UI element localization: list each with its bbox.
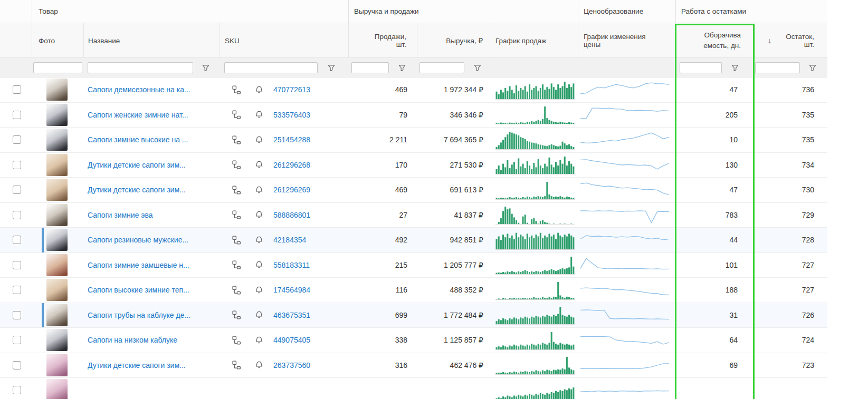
stock-filter-icon[interactable] xyxy=(809,64,816,72)
sku-link[interactable]: 470772613 xyxy=(273,85,310,94)
sku-link[interactable]: 42184354 xyxy=(273,236,306,244)
product-photo[interactable] xyxy=(46,329,68,351)
product-name-link[interactable]: Сапоги резиновые мужские... xyxy=(88,236,188,244)
product-name-link[interactable]: Сапоги на низком каблуке xyxy=(88,336,177,344)
related-products-icon[interactable] xyxy=(232,336,241,345)
sku-link[interactable]: 449075405 xyxy=(273,336,310,344)
filter-photo-cell xyxy=(32,58,83,77)
row-checkbox[interactable] xyxy=(13,85,21,94)
related-products-icon[interactable] xyxy=(232,186,241,194)
revenue-filter-input[interactable] xyxy=(419,62,464,73)
product-photo[interactable] xyxy=(46,129,68,151)
row-revenue-value: 1 205 777 ₽ xyxy=(417,253,492,278)
header-revenue[interactable]: Выручка, ₽ xyxy=(417,23,492,58)
notification-bell-icon[interactable] xyxy=(255,260,263,269)
row-revenue-value: 1 972 344 ₽ xyxy=(417,77,492,102)
notification-bell-icon[interactable] xyxy=(255,210,263,219)
product-name-link[interactable]: Сапоги высокие зимние теп... xyxy=(88,286,189,294)
product-photo[interactable] xyxy=(46,154,68,176)
header-name[interactable]: Название xyxy=(83,23,219,58)
notification-bell-icon[interactable] xyxy=(255,85,263,94)
product-photo[interactable] xyxy=(46,229,68,251)
header-sku[interactable]: SKU xyxy=(219,23,348,58)
header-stock[interactable]: ↓ Остаток, шт. xyxy=(755,23,827,58)
photo-filter-input[interactable] xyxy=(33,62,82,73)
row-checkbox[interactable] xyxy=(13,135,21,144)
notification-bell-icon[interactable] xyxy=(255,236,263,245)
stock-filter-input[interactable] xyxy=(755,62,800,73)
product-photo[interactable] xyxy=(46,179,68,201)
product-name-link[interactable]: Сапоги зимние эва xyxy=(88,211,153,219)
notification-bell-icon[interactable] xyxy=(255,310,263,319)
related-products-icon[interactable] xyxy=(232,310,241,319)
turnover-filter-icon[interactable] xyxy=(731,64,739,72)
notification-bell-icon[interactable] xyxy=(255,336,263,345)
product-name-link[interactable]: Дутики детские сапоги зим... xyxy=(88,161,186,169)
sku-link[interactable]: 261296268 xyxy=(273,161,310,169)
row-checkbox[interactable] xyxy=(13,111,21,119)
row-checkbox[interactable] xyxy=(13,161,21,169)
product-name-link[interactable]: Сапоги зимние замшевые н... xyxy=(88,261,189,269)
product-name-link[interactable]: Сапоги женские зимние нат... xyxy=(88,111,188,119)
sku-link[interactable]: 251454288 xyxy=(273,135,310,144)
row-checkbox[interactable] xyxy=(13,361,21,369)
row-checkbox[interactable] xyxy=(13,336,21,344)
notification-bell-icon[interactable] xyxy=(255,186,263,194)
sku-link[interactable]: 588886801 xyxy=(273,211,310,219)
notification-bell-icon[interactable] xyxy=(255,110,263,119)
sort-desc-icon[interactable]: ↓ xyxy=(768,36,771,45)
name-filter-input[interactable] xyxy=(88,62,193,73)
product-photo[interactable] xyxy=(46,204,68,226)
sku-filter-icon[interactable] xyxy=(328,64,335,72)
notification-bell-icon[interactable] xyxy=(255,160,263,169)
product-photo[interactable] xyxy=(46,254,68,276)
product-name-link[interactable]: Сапоги демисезонные на ка... xyxy=(88,85,190,94)
notification-bell-icon[interactable] xyxy=(255,361,263,369)
sku-link[interactable]: 558183311 xyxy=(273,261,310,269)
sales-filter-icon[interactable] xyxy=(398,64,406,72)
related-products-icon[interactable] xyxy=(232,135,241,144)
turnover-filter-input[interactable] xyxy=(680,62,722,73)
notification-bell-icon[interactable] xyxy=(255,286,263,295)
sku-link[interactable]: 261296269 xyxy=(273,186,310,194)
sales-filter-input[interactable] xyxy=(351,62,389,73)
product-name-link[interactable]: Сапоги трубы на каблуке де... xyxy=(88,311,190,319)
related-products-icon[interactable] xyxy=(232,236,241,245)
related-products-icon[interactable] xyxy=(232,110,241,119)
sku-link[interactable]: 533576403 xyxy=(273,111,310,119)
revenue-filter-icon[interactable] xyxy=(474,64,481,72)
row-revenue-value: 271 530 ₽ xyxy=(417,153,492,178)
product-photo[interactable] xyxy=(46,279,68,301)
product-photo[interactable] xyxy=(46,79,68,101)
related-products-icon[interactable] xyxy=(232,361,241,369)
product-name-link[interactable]: Дутики детские сапоги зим... xyxy=(88,186,186,194)
sku-link[interactable]: 263737560 xyxy=(273,361,310,369)
row-checkbox[interactable] xyxy=(13,286,21,294)
sku-link[interactable]: 174564984 xyxy=(273,286,310,294)
related-products-icon[interactable] xyxy=(232,260,241,269)
name-filter-icon[interactable] xyxy=(202,64,209,72)
related-products-icon[interactable] xyxy=(232,286,241,295)
sku-filter-input[interactable] xyxy=(224,62,318,73)
product-photo[interactable] xyxy=(46,104,68,126)
product-name-link[interactable]: Дутики детские сапоги зим... xyxy=(88,361,186,369)
product-photo[interactable] xyxy=(46,354,68,376)
product-photo[interactable] xyxy=(46,304,68,326)
row-turnover-value xyxy=(675,378,755,399)
product-name-link[interactable]: Сапоги зимние высокие на ... xyxy=(88,135,188,144)
row-sku-cell xyxy=(219,378,348,399)
header-sales[interactable]: Продажи, шт. xyxy=(348,23,417,58)
row-checkbox[interactable] xyxy=(13,186,21,194)
row-checkbox[interactable] xyxy=(13,236,21,244)
row-checkbox[interactable] xyxy=(13,386,21,394)
sku-link[interactable]: 463675351 xyxy=(273,311,310,319)
header-turnover[interactable]: Оборачива емость, дн. xyxy=(675,23,755,58)
notification-bell-icon[interactable] xyxy=(255,135,263,144)
related-products-icon[interactable] xyxy=(232,160,241,169)
row-checkbox[interactable] xyxy=(13,311,21,319)
product-photo[interactable] xyxy=(46,379,68,399)
related-products-icon[interactable] xyxy=(232,210,241,219)
row-checkbox[interactable] xyxy=(13,211,21,219)
related-products-icon[interactable] xyxy=(232,85,241,94)
row-checkbox[interactable] xyxy=(13,261,21,269)
